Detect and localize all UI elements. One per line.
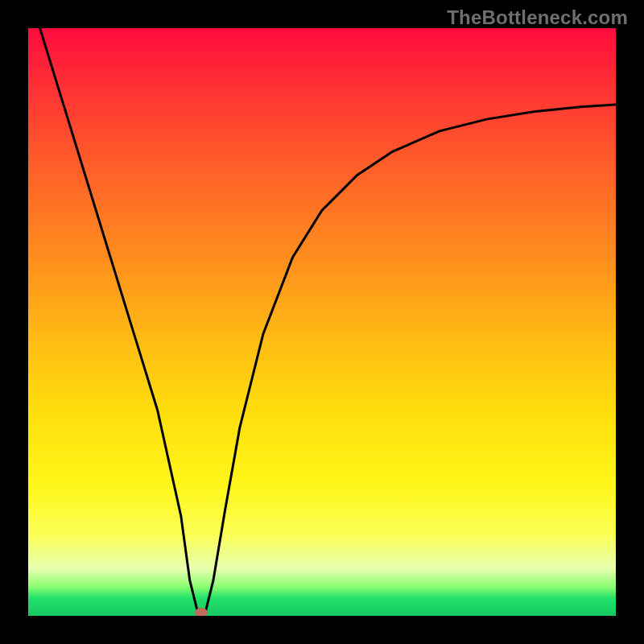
optimum-marker [195, 608, 208, 616]
plot-area [28, 28, 616, 616]
chart-frame: TheBottleneck.com [0, 0, 644, 644]
bottleneck-curve [28, 28, 616, 616]
watermark-text: TheBottleneck.com [447, 6, 628, 29]
